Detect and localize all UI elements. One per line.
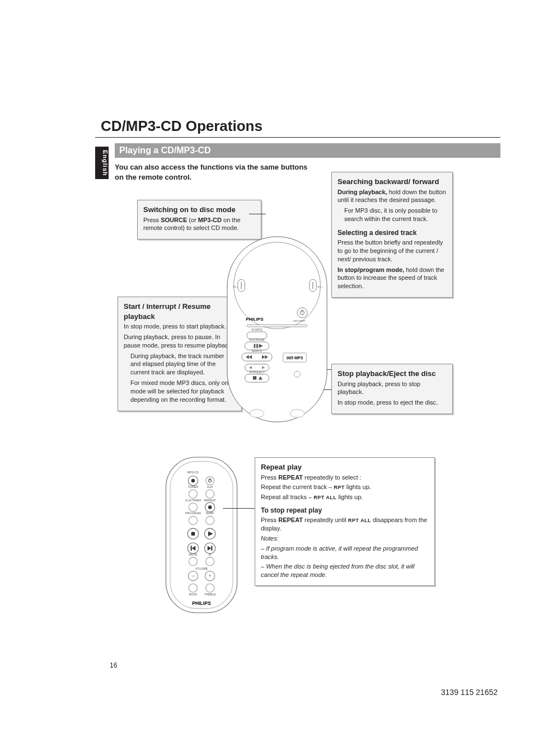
- title-rule: [95, 137, 500, 138]
- svg-rect-50: [211, 546, 212, 551]
- remote-repeat-icon: [208, 505, 212, 509]
- page-number: 16: [110, 661, 117, 669]
- svg-rect-13: [254, 344, 256, 348]
- page-title: CD/MP3-CD Operations: [101, 118, 500, 135]
- callout-repeat: Repeat play Press REPEAT repeatedly to s…: [255, 457, 435, 586]
- svg-text:IS: IS: [209, 553, 212, 556]
- svg-rect-48: [191, 546, 192, 551]
- callout-stop: Stop playback/Eject the disc During play…: [331, 364, 453, 414]
- svg-point-37: [189, 503, 197, 511]
- vol-plus-label: VOL +: [317, 286, 323, 288]
- remote-diagram: MP3-CD TUNER AUX CLK/TIMER REPEAT PROGRA…: [165, 457, 238, 613]
- callout-body: Press REPEAT repeatedly until RPT ALL di…: [261, 516, 429, 533]
- callout-body: During playback, press to stop playback.: [338, 380, 447, 397]
- callout-body: In stop mode, press to eject the disc.: [338, 398, 447, 407]
- svg-text:TUNER: TUNER: [188, 485, 199, 489]
- remote-brand: PHILIPS: [192, 600, 211, 606]
- callout-body: During playback, press to pause. In paus…: [124, 333, 236, 350]
- callout-body: For mixed mode MP3 discs, only one mode …: [130, 379, 236, 404]
- callout-start-playback: Start / Interrupt / Resume playback In s…: [118, 297, 242, 411]
- svg-point-51: [189, 557, 197, 566]
- callout-bullet: Repeat the current track – RPT lights up…: [261, 483, 429, 491]
- svg-point-35: [206, 490, 214, 498]
- svg-text:MP3-CD: MP3-CD: [188, 471, 199, 474]
- stop-icon: [253, 376, 256, 379]
- svg-text:PROGRAM: PROGRAM: [185, 511, 201, 515]
- svg-rect-10: [247, 325, 307, 327]
- callout-switch-mode: Switching on to disc mode Press SOURCE (…: [137, 200, 261, 240]
- svg-text:BASS: BASS: [189, 593, 198, 596]
- note-item: – If program mode is active, it will rep…: [261, 544, 429, 561]
- svg-point-53: [206, 557, 214, 566]
- svg-text:VOLUME: VOLUME: [195, 567, 208, 570]
- vol-minus-label: VOL –: [233, 286, 238, 288]
- svg-text:CLK/TIMER: CLK/TIMER: [185, 499, 202, 502]
- callout-body: In stop mode, press to start playback.: [124, 322, 236, 331]
- dim-power-label: DIM POWER: [293, 320, 306, 322]
- svg-point-62: [206, 584, 214, 592]
- svg-rect-1: [227, 237, 327, 422]
- notes-heading: Notes:: [261, 534, 429, 543]
- leader-line: [249, 214, 266, 214]
- callout-body: Press SOURCE (or MP3-CD on the remote co…: [143, 216, 255, 233]
- callout-body: Press the button briefly and repeatedly …: [338, 238, 447, 264]
- svg-rect-21: [245, 374, 269, 382]
- callout-heading: Selecting a desired track: [338, 228, 447, 237]
- callout-bullet: Repeat all tracks – RPT ALL lights up.: [261, 493, 429, 501]
- btn-stop-label: STOP/EJECT: [249, 371, 265, 374]
- note-item: – When the disc is being ejected from th…: [261, 562, 429, 579]
- callout-body: In stop/program mode, hold down the butt…: [338, 266, 447, 291]
- callout-heading: Switching on to disc mode: [143, 205, 255, 215]
- callout-body: Press REPEAT repeatedly to select :: [261, 473, 429, 482]
- svg-text:REPEAT: REPEAT: [204, 499, 217, 502]
- svg-rect-18: [245, 364, 269, 372]
- intro-text: You can also access the functions via th…: [115, 162, 316, 182]
- device-diagram: VOL – VOL + DIM POWER PHILIPS SOURCE PLA…: [227, 236, 327, 422]
- svg-point-33: [189, 490, 197, 498]
- svg-text:−: −: [191, 573, 194, 579]
- callout-body: For MP3 disc, it is only possible to sea…: [344, 206, 447, 223]
- svg-rect-14: [256, 344, 258, 348]
- svg-text:AUX: AUX: [207, 485, 213, 489]
- brand-label: PHILIPS: [246, 317, 264, 322]
- callout-search: Searching backward/ forward During playb…: [331, 172, 453, 298]
- svg-text:TREBLE: TREBLE: [204, 593, 216, 596]
- svg-rect-11: [247, 332, 267, 339]
- remote-mp3cd-icon: [191, 479, 195, 482]
- svg-text:+: +: [209, 573, 212, 579]
- callout-body: During playback, hold down the button un…: [338, 188, 447, 205]
- display-text: 005 MP3: [287, 355, 303, 360]
- leader-line: [223, 508, 255, 509]
- callout-heading: To stop repeat play: [261, 506, 429, 515]
- svg-point-24: [250, 410, 264, 417]
- svg-rect-26: [166, 457, 237, 613]
- btn-play-label: PLAY/PAUSE: [249, 339, 264, 341]
- svg-point-60: [189, 584, 197, 592]
- callout-heading: Repeat play: [261, 462, 429, 472]
- svg-text:SURF: SURF: [206, 511, 214, 515]
- footer-code: 3139 115 21652: [441, 688, 498, 697]
- callout-body: During playback, the track number and el…: [130, 352, 236, 377]
- section-subtitle: Playing a CD/MP3-CD: [115, 143, 500, 158]
- callout-heading: Searching backward/ forward: [338, 177, 447, 187]
- btn-source-label: SOURCE: [251, 328, 262, 331]
- language-tab: English: [95, 147, 109, 179]
- svg-text:MUTE: MUTE: [189, 553, 198, 556]
- callout-heading: Stop playback/Eject the disc: [338, 369, 447, 379]
- remote-stop-icon: [191, 532, 195, 536]
- btn-search-label: SEARCH: [252, 350, 263, 353]
- svg-point-41: [189, 516, 197, 525]
- callout-heading: Start / Interrupt / Resume playback: [124, 302, 236, 321]
- svg-point-25: [290, 410, 304, 417]
- svg-point-43: [206, 516, 214, 525]
